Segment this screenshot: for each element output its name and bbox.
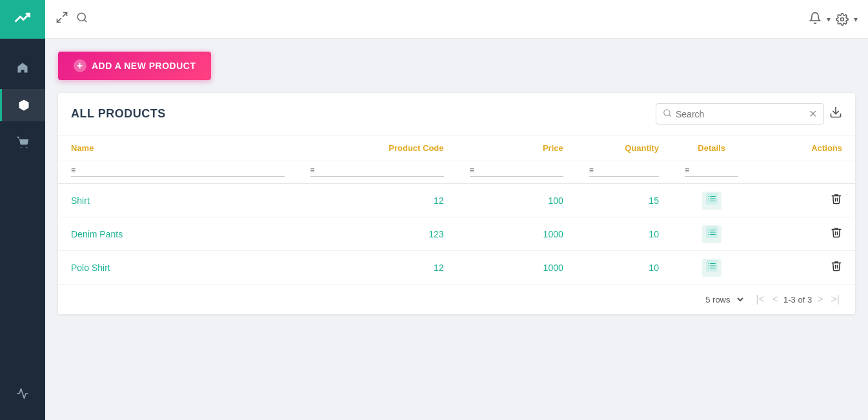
next-page-button[interactable]: >: [814, 292, 825, 306]
col-header-name: Name: [58, 135, 298, 161]
cell-qty-0: 15: [576, 184, 672, 217]
filter-qty-input[interactable]: [596, 165, 659, 175]
col-header-details: Details: [672, 135, 752, 161]
col-header-code: Product Code: [298, 135, 457, 161]
sidebar: [0, 0, 45, 420]
sidebar-item-home[interactable]: [0, 52, 45, 84]
filter-actions-cell: [751, 161, 855, 184]
search-input[interactable]: [676, 109, 805, 119]
logo-icon: [14, 8, 32, 30]
svg-line-9: [669, 115, 671, 117]
notification-chevron-icon[interactable]: ▾: [827, 15, 831, 24]
pulse-icon: [16, 387, 29, 400]
table-title: ALL PRODUCTS: [71, 107, 166, 121]
filter-row: ≡ ≡ ≡: [58, 161, 855, 184]
filter-code-cell: ≡: [298, 161, 457, 184]
table-title-plain: ALL: [71, 107, 94, 120]
delete-button-1[interactable]: [831, 228, 842, 241]
table-row: Polo Shirt 12 1000 10: [58, 251, 855, 285]
cell-details-2: [672, 251, 752, 285]
settings-icon[interactable]: [836, 13, 849, 26]
clear-search-icon[interactable]: ✕: [809, 108, 817, 120]
prev-page-button[interactable]: <: [770, 292, 781, 306]
sidebar-item-analytics[interactable]: [0, 377, 45, 410]
svg-point-1: [21, 147, 22, 148]
sidebar-item-cart[interactable]: [0, 126, 45, 159]
topbar-left: [56, 11, 801, 27]
sidebar-item-products[interactable]: [0, 89, 45, 121]
rows-per-page-select[interactable]: 5 rows 10 rows 25 rows: [703, 294, 745, 305]
delete-button-0[interactable]: [831, 194, 842, 207]
sidebar-navigation: [0, 52, 45, 159]
filter-code-icon: ≡: [310, 166, 315, 175]
cell-price-2: 1000: [457, 251, 576, 285]
table-header-row: Name Product Code Price Quantity Details…: [58, 135, 855, 161]
filter-qty-icon: ≡: [589, 166, 594, 175]
home-icon: [16, 61, 29, 74]
filter-name-input[interactable]: [78, 165, 284, 175]
sidebar-bottom: [0, 377, 45, 420]
cell-details-0: [672, 184, 752, 217]
cell-actions-2: [751, 251, 855, 285]
cell-actions-1: [751, 217, 855, 251]
details-button-2[interactable]: [702, 259, 722, 277]
cart-icon: [16, 136, 29, 149]
add-product-label: ADD A NEW PRODUCT: [92, 61, 196, 71]
filter-price-cell: ≡: [457, 161, 576, 184]
filter-price-input[interactable]: [477, 165, 563, 175]
col-header-qty: Quantity: [576, 135, 672, 161]
cell-name-1: Denim Pants: [58, 217, 298, 251]
box-icon: [17, 99, 30, 112]
col-header-actions: Actions: [751, 135, 855, 161]
content-area: + ADD A NEW PRODUCT ALL PRODUCTS: [45, 39, 868, 420]
svg-point-2: [26, 147, 28, 148]
settings-chevron-icon[interactable]: ▾: [854, 15, 858, 24]
table-header-bar: ALL PRODUCTS ✕: [58, 93, 855, 135]
filter-name-icon: ≡: [71, 166, 76, 175]
search-icon: [663, 108, 672, 119]
cell-code-0: 12: [298, 184, 457, 217]
details-button-1[interactable]: [702, 225, 722, 243]
sidebar-logo[interactable]: [0, 0, 45, 39]
products-table-card: ALL PRODUCTS ✕: [58, 93, 855, 314]
cell-price-0: 100: [457, 184, 576, 217]
details-button-0[interactable]: [702, 192, 722, 210]
search-box: ✕: [656, 103, 824, 125]
topbar-right: ▾ ▾: [809, 12, 858, 27]
search-area: ✕: [656, 103, 842, 125]
svg-line-3: [63, 13, 67, 17]
cell-actions-0: [751, 184, 855, 217]
filter-code-input[interactable]: [318, 165, 444, 175]
first-page-button[interactable]: |<: [753, 292, 767, 306]
delete-button-2[interactable]: [831, 261, 842, 274]
filter-name-cell: ≡: [58, 161, 298, 184]
download-icon[interactable]: [829, 106, 842, 122]
cell-name-2: Polo Shirt: [58, 251, 298, 285]
cell-price-1: 1000: [457, 217, 576, 251]
svg-line-6: [84, 19, 86, 21]
add-product-button[interactable]: + ADD A NEW PRODUCT: [58, 52, 211, 80]
products-table: Name Product Code Price Quantity Details…: [58, 135, 855, 284]
filter-details-cell: ≡: [672, 161, 752, 184]
cell-qty-2: 10: [576, 251, 672, 285]
plus-icon: +: [74, 59, 86, 72]
table-title-highlight: PRODUCTS: [94, 107, 166, 120]
table-row: Shirt 12 100 15: [58, 184, 855, 217]
cell-details-1: [672, 217, 752, 251]
rows-per-page: 5 rows 10 rows 25 rows: [703, 294, 745, 305]
svg-point-7: [841, 17, 844, 21]
notification-bell-icon[interactable]: [809, 12, 822, 27]
search-topbar-icon[interactable]: [76, 12, 88, 26]
expand-icon[interactable]: [56, 11, 68, 27]
page-navigation: |< < 1-3 of 3 > >|: [753, 292, 842, 306]
svg-line-4: [57, 19, 61, 23]
cell-name-0: Shirt: [58, 184, 298, 217]
col-header-price: Price: [457, 135, 576, 161]
table-row: Denim Pants 123 1000 10: [58, 217, 855, 251]
cell-code-2: 12: [298, 251, 457, 285]
page-info: 1-3 of 3: [783, 295, 812, 305]
filter-qty-cell: ≡: [576, 161, 672, 184]
topbar: ▾ ▾: [45, 0, 868, 39]
last-page-button[interactable]: >|: [829, 292, 843, 306]
filter-details-input[interactable]: [692, 165, 738, 175]
